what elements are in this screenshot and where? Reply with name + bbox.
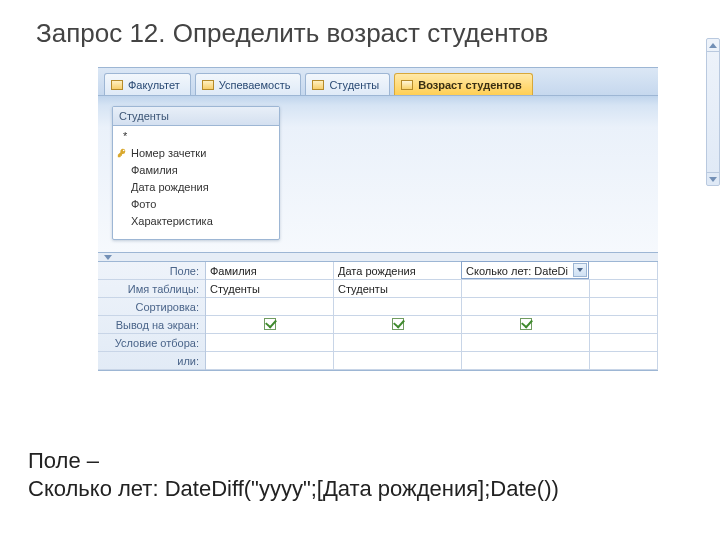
qbe-criteria-cell[interactable] (206, 334, 334, 351)
qbe-columns: Фамилия Дата рождения Сколько лет: DateD… (206, 262, 658, 370)
qbe-field-cell[interactable]: Дата рождения (334, 262, 462, 279)
field-item[interactable]: Дата рождения (113, 179, 279, 196)
field-item[interactable]: Фото (113, 196, 279, 213)
qbe-criteria-cell[interactable] (462, 334, 590, 351)
primary-key-icon (117, 147, 127, 157)
table-icon (312, 80, 324, 90)
checkbox-checked-icon (392, 318, 404, 330)
qbe-empty-cell[interactable] (590, 352, 658, 369)
qbe-field-cell[interactable]: Фамилия (206, 262, 334, 279)
checkbox-checked-icon (264, 318, 276, 330)
qbe-or-cell[interactable] (206, 352, 334, 369)
dropdown-arrow-icon[interactable] (573, 263, 587, 277)
qbe-table-cell[interactable]: Студенты (334, 280, 462, 297)
vertical-scrollbar[interactable] (706, 38, 720, 186)
qbe-sort-cell[interactable] (462, 298, 590, 315)
design-surface[interactable]: Студенты * Номер зачетки Фамилия Дата ро… (98, 96, 658, 252)
qbe-field-cell-active[interactable]: Сколько лет: DateDi (461, 261, 589, 279)
qbe-show-cell[interactable] (334, 316, 462, 333)
field-list: * Номер зачетки Фамилия Дата рождения Фо… (113, 126, 279, 232)
qbe-sort-cell[interactable] (206, 298, 334, 315)
row-label-criteria: Условие отбора: (98, 334, 205, 352)
tab-progress[interactable]: Успеваемость (195, 73, 302, 95)
scroll-up-icon[interactable] (707, 39, 719, 52)
tab-label: Успеваемость (219, 79, 291, 91)
footer-line-1: Поле – (28, 447, 559, 475)
access-query-designer: Факультет Успеваемость Студенты Возраст … (98, 67, 658, 371)
tab-label: Факультет (128, 79, 180, 91)
tab-age-query[interactable]: Возраст студентов (394, 73, 532, 95)
qbe-show-cell[interactable] (462, 316, 590, 333)
source-table-title: Студенты (113, 107, 279, 126)
table-icon (202, 80, 214, 90)
query-icon (401, 80, 413, 90)
qbe-empty-cell[interactable] (590, 280, 658, 297)
slide-title: Запрос 12. Определить возраст студентов (0, 0, 720, 59)
chevron-down-icon (104, 255, 112, 260)
source-table-box[interactable]: Студенты * Номер зачетки Фамилия Дата ро… (112, 106, 280, 240)
checkbox-checked-icon (520, 318, 532, 330)
qbe-empty-cell[interactable] (590, 316, 658, 333)
scroll-down-icon[interactable] (707, 172, 719, 185)
qbe-empty-cell[interactable] (590, 334, 658, 351)
qbe-empty-cell[interactable] (589, 262, 658, 279)
tab-faculty[interactable]: Факультет (104, 73, 191, 95)
qbe-sort-cell[interactable] (334, 298, 462, 315)
row-label-sort: Сортировка: (98, 298, 205, 316)
row-label-table: Имя таблицы: (98, 280, 205, 298)
qbe-table-cell[interactable]: Студенты (206, 280, 334, 297)
qbe-field-text: Сколько лет: DateDi (466, 265, 568, 277)
row-label-show: Вывод на экран: (98, 316, 205, 334)
field-label: Номер зачетки (131, 147, 206, 159)
footer-line-2: Сколько лет: DateDiff("yyyy";[Дата рожде… (28, 475, 559, 503)
qbe-criteria-cell[interactable] (334, 334, 462, 351)
tab-students[interactable]: Студенты (305, 73, 390, 95)
qbe-show-cell[interactable] (206, 316, 334, 333)
table-icon (111, 80, 123, 90)
row-label-field: Поле: (98, 262, 205, 280)
field-item[interactable]: Фамилия (113, 162, 279, 179)
qbe-or-cell[interactable] (462, 352, 590, 369)
tab-label: Студенты (329, 79, 379, 91)
qbe-or-cell[interactable] (334, 352, 462, 369)
row-label-or: или: (98, 352, 205, 370)
object-tabs-bar: Факультет Успеваемость Студенты Возраст … (98, 68, 658, 96)
field-item[interactable]: Характеристика (113, 213, 279, 230)
qbe-row-labels: Поле: Имя таблицы: Сортировка: Вывод на … (98, 262, 206, 370)
field-pk[interactable]: Номер зачетки (113, 145, 279, 162)
qbe-empty-cell[interactable] (590, 298, 658, 315)
tab-label: Возраст студентов (418, 79, 521, 91)
qbe-grid: Поле: Имя таблицы: Сортировка: Вывод на … (98, 262, 658, 370)
footer-explanation: Поле – Сколько лет: DateDiff("yyyy";[Дат… (28, 447, 559, 502)
qbe-table-cell[interactable] (462, 280, 590, 297)
field-star[interactable]: * (113, 128, 279, 145)
